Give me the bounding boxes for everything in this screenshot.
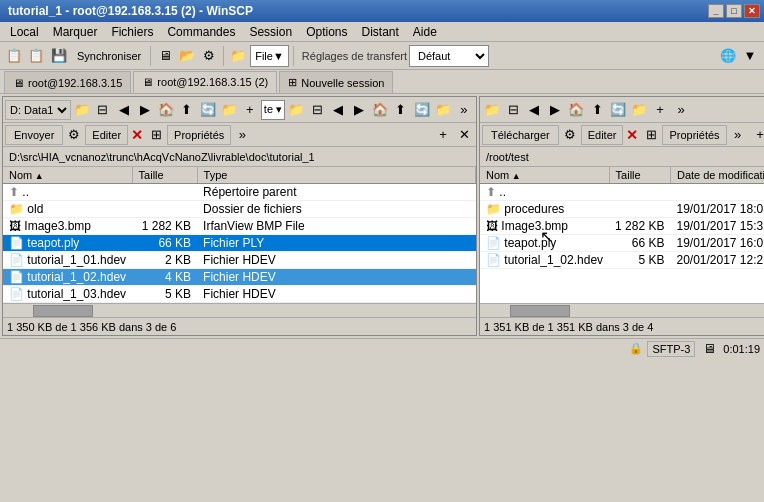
left-file-row[interactable]: 🖼 Image3.bmp 1 282 KB IrfanView BMP File — [3, 218, 476, 235]
right-col-taille[interactable]: Taille — [609, 167, 670, 184]
left-btn-b8[interactable]: 📁 — [433, 100, 453, 120]
toolbar-btn-4[interactable]: 📂 — [177, 46, 197, 66]
right-scroll-thumb[interactable] — [510, 305, 570, 317]
file-dropdown[interactable]: File ▼ — [250, 45, 289, 67]
synchroniser-button[interactable]: Synchroniser — [72, 45, 146, 67]
right-col-nom[interactable]: Nom — [480, 167, 609, 184]
left-file-row[interactable]: 📄 teapot.ply 66 KB Fichier PLY — [3, 235, 476, 252]
close-button[interactable]: ✕ — [744, 4, 760, 18]
menu-marquer[interactable]: Marquer — [47, 23, 104, 41]
left-btn-b4[interactable]: ▶ — [349, 100, 369, 120]
right-file-row[interactable]: 🖼 Image3.bmp 1 282 KB 19/01/2017 15:32:2… — [480, 218, 764, 235]
telecharger-button[interactable]: Télécharger — [482, 125, 559, 145]
right-col-date[interactable]: Date de modificatio — [670, 167, 764, 184]
transfer-dropdown[interactable]: Défaut — [409, 45, 489, 67]
toolbar-btn-2[interactable]: 📋 — [26, 46, 46, 66]
left-btn-folder2[interactable]: 📁 — [219, 100, 239, 120]
left-col-type[interactable]: Type — [197, 167, 475, 184]
left-action-icon4[interactable]: ✕ — [454, 125, 474, 145]
menu-commandes[interactable]: Commandes — [161, 23, 241, 41]
toolbar-btn-right2[interactable]: ▼ — [740, 46, 760, 66]
right-btn-fwd[interactable]: ▶ — [545, 100, 565, 120]
left-scroll-thumb[interactable] — [33, 305, 93, 317]
left-btn-fwd[interactable]: ▶ — [135, 100, 155, 120]
left-editer-button[interactable]: Editer — [85, 125, 128, 145]
right-btn-filter[interactable]: ⊟ — [503, 100, 523, 120]
window-controls[interactable]: _ □ ✕ — [708, 4, 760, 18]
menu-local[interactable]: Local — [4, 23, 45, 41]
computer-icon[interactable]: 🖥 — [699, 339, 719, 359]
right-action-icon3[interactable]: + — [750, 125, 764, 145]
right-action-icon1[interactable]: ⚙ — [560, 125, 580, 145]
left-file-row[interactable]: 📁 old Dossier de fichiers — [3, 201, 476, 218]
left-drive-select[interactable]: D: Data1 — [5, 100, 71, 120]
right-file-row[interactable]: ⬆ .. — [480, 184, 764, 201]
menu-session[interactable]: Session — [243, 23, 298, 41]
new-session-tab[interactable]: ⊞ Nouvelle session — [279, 71, 393, 93]
toolbar-btn-sync[interactable]: 💾 — [48, 46, 70, 66]
right-action-icon2[interactable]: ⊞ — [641, 125, 661, 145]
left-btn-filter[interactable]: ⊟ — [93, 100, 113, 120]
left-action-icon2[interactable]: ⊞ — [146, 125, 166, 145]
left-cancel-icon[interactable]: ✕ — [129, 127, 145, 143]
left-action-more[interactable]: » — [232, 125, 252, 145]
left-btn-b1[interactable]: 📁 — [286, 100, 306, 120]
left-col-taille[interactable]: Taille — [132, 167, 197, 184]
right-file-name: 📄 tutorial_1_02.hdev — [480, 252, 609, 269]
toolbar-btn-1[interactable]: 📋 — [4, 46, 24, 66]
left-btn-b7[interactable]: 🔄 — [412, 100, 432, 120]
left-btn-folder[interactable]: 📁 — [72, 100, 92, 120]
left-btn-b3[interactable]: ◀ — [328, 100, 348, 120]
left-btn-b5[interactable]: 🏠 — [370, 100, 390, 120]
left-btn-refresh[interactable]: 🔄 — [198, 100, 218, 120]
left-file-row[interactable]: 📄 tutorial_1_03.hdev 5 KB Fichier HDEV — [3, 286, 476, 303]
right-btn-more[interactable]: » — [671, 100, 691, 120]
toolbar-btn-right[interactable]: 🌐 — [718, 46, 738, 66]
maximize-button[interactable]: □ — [726, 4, 742, 18]
left-action-icon3[interactable]: + — [433, 125, 453, 145]
left-drive-shortcut[interactable]: te ▾ — [261, 100, 285, 120]
right-btn-folder2[interactable]: 📁 — [629, 100, 649, 120]
envoyer-button[interactable]: Envoyer — [5, 125, 63, 145]
right-btn-refresh[interactable]: 🔄 — [608, 100, 628, 120]
right-file-row[interactable]: 📄 teapot.ply 66 KB 19/01/2017 16:02:49 — [480, 235, 764, 252]
right-btn-home[interactable]: 🏠 — [566, 100, 586, 120]
left-action-icon1[interactable]: ⚙ — [64, 125, 84, 145]
left-btn-up[interactable]: ⬆ — [177, 100, 197, 120]
session-tab-1[interactable]: 🖥 root@192.168.3.15 — [4, 71, 131, 93]
left-btn-more[interactable]: » — [454, 100, 474, 120]
menu-aide[interactable]: Aide — [407, 23, 443, 41]
right-btn-back[interactable]: ◀ — [524, 100, 544, 120]
right-btn-folder[interactable]: 📁 — [482, 100, 502, 120]
right-file-row[interactable]: 📄 tutorial_1_02.hdev 5 KB 20/01/2017 12:… — [480, 252, 764, 269]
left-btn-b6[interactable]: ⬆ — [391, 100, 411, 120]
right-cancel-icon[interactable]: ✕ — [624, 127, 640, 143]
right-btn-up[interactable]: ⬆ — [587, 100, 607, 120]
left-btn-plus[interactable]: + — [240, 100, 260, 120]
left-file-row[interactable]: 📄 tutorial_1_02.hdev 4 KB Fichier HDEV — [3, 269, 476, 286]
menu-distant[interactable]: Distant — [355, 23, 404, 41]
right-action-more[interactable]: » — [728, 125, 748, 145]
right-file-table[interactable]: Nom Taille Date de modificatio ⬆ .. 📁 pr… — [480, 167, 764, 303]
left-btn-home[interactable]: 🏠 — [156, 100, 176, 120]
toolbar-btn-6[interactable]: 📁 — [228, 46, 248, 66]
right-file-row[interactable]: 📁 procedures 19/01/2017 18:03:49 — [480, 201, 764, 218]
toolbar-btn-5[interactable]: ⚙ — [199, 46, 219, 66]
right-scrollbar[interactable] — [480, 303, 764, 317]
right-btn-plus[interactable]: + — [650, 100, 670, 120]
menu-options[interactable]: Options — [300, 23, 353, 41]
left-btn-b2[interactable]: ⊟ — [307, 100, 327, 120]
right-props-button[interactable]: Propriétés — [662, 125, 726, 145]
left-scrollbar[interactable] — [3, 303, 476, 317]
toolbar-btn-3[interactable]: 🖥 — [155, 46, 175, 66]
menu-fichiers[interactable]: Fichiers — [105, 23, 159, 41]
minimize-button[interactable]: _ — [708, 4, 724, 18]
session-tab-2[interactable]: 🖥 root@192.168.3.15 (2) — [133, 71, 277, 93]
left-btn-back[interactable]: ◀ — [114, 100, 134, 120]
left-file-row[interactable]: ⬆ .. Répertoire parent — [3, 184, 476, 201]
left-col-nom[interactable]: Nom — [3, 167, 132, 184]
left-props-button[interactable]: Propriétés — [167, 125, 231, 145]
left-file-row[interactable]: 📄 tutorial_1_01.hdev 2 KB Fichier HDEV — [3, 252, 476, 269]
right-editer-button[interactable]: Editer — [581, 125, 624, 145]
left-file-table[interactable]: Nom Taille Type ⬆ .. Répertoire parent 📁… — [3, 167, 476, 303]
